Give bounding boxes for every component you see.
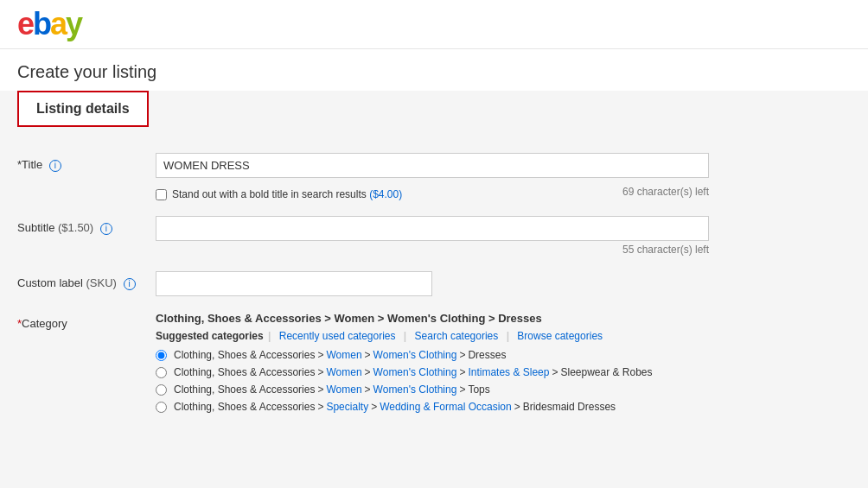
subtitle-label-text: Subtitle ($1.50): [17, 221, 93, 234]
header: ebay: [0, 0, 868, 49]
subtitle-input[interactable]: [156, 216, 709, 241]
cat2-sleepwear: Sleepwear & Robes: [560, 366, 652, 378]
custom-label-control-area: [156, 271, 851, 296]
category-radio-2[interactable]: [156, 367, 167, 378]
browse-categories-link[interactable]: Browse categories: [517, 330, 603, 342]
custom-label-info-icon[interactable]: i: [124, 278, 136, 290]
cat1-womens-clothing-link[interactable]: Women's Clothing: [373, 349, 457, 361]
category-control-area: Clothing, Shoes & Accessories > Women > …: [156, 312, 851, 418]
bold-title-price: ($4.00): [369, 188, 402, 200]
ebay-logo: ebay: [17, 9, 851, 40]
custom-label-label: Custom label (SKU) i: [17, 271, 156, 290]
logo-y: y: [66, 6, 81, 41]
cat2-intimates-link[interactable]: Intimates & Sleep: [468, 366, 549, 378]
subtitle-info-icon[interactable]: i: [100, 223, 112, 235]
category-radio-3[interactable]: [156, 384, 167, 396]
cat3-tops: Tops: [468, 383, 489, 396]
category-option-1: Clothing, Shoes & Accessories > Women > …: [156, 349, 851, 361]
subtitle-row: Subtitle ($1.50) i 55 character(s) left: [17, 216, 851, 256]
category-option-4: Clothing, Shoes & Accessories > Specialt…: [156, 401, 851, 413]
listing-details-section: Listing details: [17, 91, 149, 127]
category-label: *Category: [17, 312, 156, 330]
cat2-womens-clothing-link[interactable]: Women's Clothing: [373, 366, 457, 378]
cat1-part1: Clothing, Shoes & Accessories: [174, 349, 315, 361]
form-area: *Title i Stand out with a bold title in …: [17, 144, 851, 442]
subtitle-price: ($1.50): [58, 221, 93, 234]
title-char-count: 69 character(s) left: [622, 186, 709, 198]
category-option-2: Clothing, Shoes & Accessories > Women > …: [156, 366, 851, 378]
title-input[interactable]: [156, 153, 709, 178]
cat3-womens-clothing-link[interactable]: Women's Clothing: [373, 383, 457, 396]
cat1-women-link[interactable]: Women: [326, 349, 361, 361]
category-path: Clothing, Shoes & Accessories > Women > …: [156, 312, 542, 325]
page-title: Create your listing: [0, 49, 868, 91]
category-label-text: *Category: [17, 317, 67, 330]
bold-title-checkbox[interactable]: [156, 189, 167, 200]
title-info-icon[interactable]: i: [49, 160, 61, 172]
cat4-wedding-link[interactable]: Wedding & Formal Occasion: [380, 401, 512, 413]
cat4-bridesmaid: Bridesmaid Dresses: [523, 401, 616, 413]
cat4-part1: Clothing, Shoes & Accessories: [174, 401, 315, 413]
custom-label-input[interactable]: [156, 271, 432, 296]
category-radio-1[interactable]: [156, 350, 167, 361]
category-radio-4[interactable]: [156, 402, 167, 413]
category-option-3: Clothing, Shoes & Accessories > Women > …: [156, 383, 851, 396]
subtitle-char-count: 55 character(s) left: [156, 244, 709, 256]
bold-title-label: Stand out with a bold title in search re…: [172, 188, 367, 200]
suggested-bar: Suggested categories | Recently used cat…: [156, 330, 851, 342]
main-content: Listing details *Title i Stand out with …: [0, 91, 868, 488]
subtitle-label: Subtitle ($1.50) i: [17, 216, 156, 235]
recently-used-link[interactable]: Recently used categories: [279, 330, 396, 342]
logo-e: e: [17, 6, 33, 41]
cat3-women-link[interactable]: Women: [326, 383, 361, 396]
category-row: *Category Clothing, Shoes & Accessories …: [17, 312, 851, 418]
custom-label-text: Custom label (SKU): [17, 276, 117, 289]
bold-title-row: Stand out with a bold title in search re…: [156, 188, 402, 200]
title-control-area: Stand out with a bold title in search re…: [156, 153, 851, 200]
cat1-dresses: Dresses: [468, 349, 506, 361]
suggested-label: Suggested categories: [156, 330, 264, 342]
logo-a: a: [50, 6, 66, 41]
logo-b: b: [33, 6, 50, 41]
custom-label-row: Custom label (SKU) i: [17, 271, 851, 296]
title-label: *Title i: [17, 153, 156, 172]
category-breadcrumb: Clothing, Shoes & Accessories > Women > …: [156, 312, 851, 325]
section-label: Listing details: [36, 101, 130, 116]
title-required: *Title: [17, 158, 42, 171]
cat4-specialty-link[interactable]: Specialty: [326, 401, 368, 413]
title-row: *Title i Stand out with a bold title in …: [17, 153, 851, 200]
search-categories-link[interactable]: Search categories: [415, 330, 499, 342]
cat3-part1: Clothing, Shoes & Accessories: [174, 383, 315, 396]
cat2-women-link[interactable]: Women: [326, 366, 361, 378]
cat2-part1: Clothing, Shoes & Accessories: [174, 366, 315, 378]
subtitle-control-area: 55 character(s) left: [156, 216, 851, 256]
